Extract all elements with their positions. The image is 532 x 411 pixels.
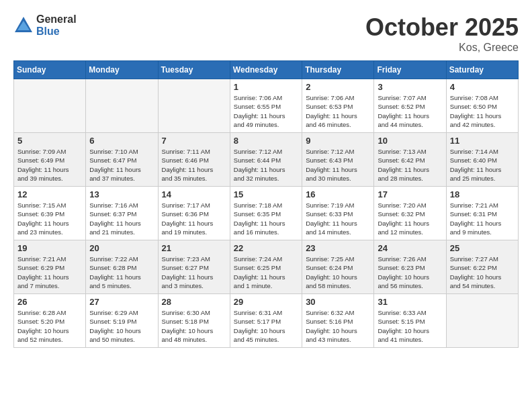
calendar-cell: 10Sunrise: 7:13 AM Sunset: 6:42 PM Dayli…: [374, 133, 446, 187]
day-number: 19: [17, 243, 82, 253]
calendar-cell: 22Sunrise: 7:24 AM Sunset: 6:25 PM Dayli…: [230, 240, 302, 294]
day-number: 21: [162, 243, 226, 253]
day-number: 30: [306, 297, 370, 307]
day-number: 23: [306, 243, 370, 253]
day-number: 4: [450, 82, 515, 92]
calendar-cell: 9Sunrise: 7:12 AM Sunset: 6:43 PM Daylig…: [302, 133, 374, 187]
header-monday: Monday: [86, 61, 158, 79]
day-info: Sunrise: 7:12 AM Sunset: 6:44 PM Dayligh…: [234, 147, 298, 183]
day-info: Sunrise: 7:21 AM Sunset: 6:29 PM Dayligh…: [17, 255, 82, 290]
day-info: Sunrise: 7:11 AM Sunset: 6:46 PM Dayligh…: [162, 147, 226, 183]
day-info: Sunrise: 7:09 AM Sunset: 6:49 PM Dayligh…: [17, 147, 82, 183]
day-number: 20: [89, 243, 154, 253]
calendar-cell: 19Sunrise: 7:21 AM Sunset: 6:29 PM Dayli…: [14, 240, 86, 294]
title-area: October 2025 Kos, Greece: [365, 13, 519, 54]
calendar-cell: 12Sunrise: 7:15 AM Sunset: 6:39 PM Dayli…: [14, 187, 86, 240]
day-info: Sunrise: 7:23 AM Sunset: 6:27 PM Dayligh…: [162, 255, 226, 290]
day-info: Sunrise: 7:26 AM Sunset: 6:23 PM Dayligh…: [378, 255, 442, 290]
day-info: Sunrise: 6:29 AM Sunset: 5:19 PM Dayligh…: [89, 308, 154, 344]
logo: General Blue: [13, 13, 77, 37]
day-info: Sunrise: 7:06 AM Sunset: 6:53 PM Dayligh…: [306, 93, 370, 129]
day-info: Sunrise: 7:08 AM Sunset: 6:50 PM Dayligh…: [450, 93, 515, 129]
day-number: 15: [234, 189, 298, 199]
day-info: Sunrise: 7:22 AM Sunset: 6:28 PM Dayligh…: [89, 255, 154, 290]
day-info: Sunrise: 7:06 AM Sunset: 6:55 PM Dayligh…: [234, 93, 298, 129]
calendar-cell: 7Sunrise: 7:11 AM Sunset: 6:46 PM Daylig…: [158, 133, 230, 187]
day-number: 1: [234, 82, 298, 92]
day-number: 6: [89, 136, 154, 146]
location: Kos, Greece: [365, 42, 519, 54]
day-info: Sunrise: 6:32 AM Sunset: 5:16 PM Dayligh…: [306, 308, 370, 344]
calendar-cell: 20Sunrise: 7:22 AM Sunset: 6:28 PM Dayli…: [86, 240, 158, 294]
calendar-cell: 11Sunrise: 7:14 AM Sunset: 6:40 PM Dayli…: [446, 133, 518, 187]
header-sunday: Sunday: [14, 61, 86, 79]
day-number: 17: [378, 189, 442, 199]
calendar-week-2: 5Sunrise: 7:09 AM Sunset: 6:49 PM Daylig…: [14, 133, 519, 187]
calendar-cell: 30Sunrise: 6:32 AM Sunset: 5:16 PM Dayli…: [302, 294, 374, 348]
day-info: Sunrise: 7:17 AM Sunset: 6:36 PM Dayligh…: [162, 201, 226, 236]
logo-icon: [13, 15, 34, 36]
calendar-cell: 14Sunrise: 7:17 AM Sunset: 6:36 PM Dayli…: [158, 187, 230, 240]
calendar-cell: 24Sunrise: 7:26 AM Sunset: 6:23 PM Dayli…: [374, 240, 446, 294]
calendar-header-row: SundayMondayTuesdayWednesdayThursdayFrid…: [14, 61, 519, 79]
day-number: 26: [17, 297, 82, 307]
calendar-cell: 23Sunrise: 7:25 AM Sunset: 6:24 PM Dayli…: [302, 240, 374, 294]
calendar-cell: 3Sunrise: 7:07 AM Sunset: 6:52 PM Daylig…: [374, 79, 446, 133]
logo-text: General Blue: [36, 13, 77, 37]
calendar-cell: 6Sunrise: 7:10 AM Sunset: 6:47 PM Daylig…: [86, 133, 158, 187]
calendar-cell: 1Sunrise: 7:06 AM Sunset: 6:55 PM Daylig…: [230, 79, 302, 133]
day-info: Sunrise: 6:31 AM Sunset: 5:17 PM Dayligh…: [234, 308, 298, 344]
calendar-cell: 29Sunrise: 6:31 AM Sunset: 5:17 PM Dayli…: [230, 294, 302, 348]
day-number: 22: [234, 243, 298, 253]
day-info: Sunrise: 7:20 AM Sunset: 6:32 PM Dayligh…: [378, 201, 442, 236]
day-info: Sunrise: 7:16 AM Sunset: 6:37 PM Dayligh…: [89, 201, 154, 236]
day-info: Sunrise: 7:10 AM Sunset: 6:47 PM Dayligh…: [89, 147, 154, 183]
day-number: 27: [89, 297, 154, 307]
logo-general: General: [36, 13, 77, 26]
day-number: 12: [17, 189, 82, 199]
calendar-cell: 8Sunrise: 7:12 AM Sunset: 6:44 PM Daylig…: [230, 133, 302, 187]
calendar-cell: [158, 79, 230, 133]
day-number: 10: [378, 136, 442, 146]
day-number: 8: [234, 136, 298, 146]
day-info: Sunrise: 7:19 AM Sunset: 6:33 PM Dayligh…: [306, 201, 370, 236]
day-number: 18: [450, 189, 515, 199]
calendar-cell: 2Sunrise: 7:06 AM Sunset: 6:53 PM Daylig…: [302, 79, 374, 133]
header-friday: Friday: [374, 61, 446, 79]
day-info: Sunrise: 7:27 AM Sunset: 6:22 PM Dayligh…: [450, 255, 515, 290]
day-info: Sunrise: 6:28 AM Sunset: 5:20 PM Dayligh…: [17, 308, 82, 344]
calendar-cell: 31Sunrise: 6:33 AM Sunset: 5:15 PM Dayli…: [374, 294, 446, 348]
day-info: Sunrise: 7:15 AM Sunset: 6:39 PM Dayligh…: [17, 201, 82, 236]
day-number: 9: [306, 136, 370, 146]
logo-blue: Blue: [36, 26, 77, 38]
page-header: General Blue October 2025 Kos, Greece: [13, 13, 519, 54]
day-number: 24: [378, 243, 442, 253]
header-thursday: Thursday: [302, 61, 374, 79]
calendar-cell: 21Sunrise: 7:23 AM Sunset: 6:27 PM Dayli…: [158, 240, 230, 294]
day-number: 14: [162, 189, 226, 199]
calendar-week-3: 12Sunrise: 7:15 AM Sunset: 6:39 PM Dayli…: [14, 187, 519, 240]
calendar-cell: 4Sunrise: 7:08 AM Sunset: 6:50 PM Daylig…: [446, 79, 518, 133]
day-info: Sunrise: 7:25 AM Sunset: 6:24 PM Dayligh…: [306, 255, 370, 290]
calendar-cell: 28Sunrise: 6:30 AM Sunset: 5:18 PM Dayli…: [158, 294, 230, 348]
calendar-cell: 27Sunrise: 6:29 AM Sunset: 5:19 PM Dayli…: [86, 294, 158, 348]
day-info: Sunrise: 7:12 AM Sunset: 6:43 PM Dayligh…: [306, 147, 370, 183]
header-tuesday: Tuesday: [158, 61, 230, 79]
calendar-cell: 5Sunrise: 7:09 AM Sunset: 6:49 PM Daylig…: [14, 133, 86, 187]
day-info: Sunrise: 7:07 AM Sunset: 6:52 PM Dayligh…: [378, 93, 442, 129]
calendar-cell: 25Sunrise: 7:27 AM Sunset: 6:22 PM Dayli…: [446, 240, 518, 294]
calendar-table: SundayMondayTuesdayWednesdayThursdayFrid…: [13, 60, 519, 348]
day-info: Sunrise: 6:30 AM Sunset: 5:18 PM Dayligh…: [162, 308, 226, 344]
calendar-week-4: 19Sunrise: 7:21 AM Sunset: 6:29 PM Dayli…: [14, 240, 519, 294]
calendar-cell: 13Sunrise: 7:16 AM Sunset: 6:37 PM Dayli…: [86, 187, 158, 240]
calendar-cell: [14, 79, 86, 133]
day-info: Sunrise: 7:18 AM Sunset: 6:35 PM Dayligh…: [234, 201, 298, 236]
day-number: 3: [378, 82, 442, 92]
day-info: Sunrise: 7:21 AM Sunset: 6:31 PM Dayligh…: [450, 201, 515, 236]
calendar-cell: [446, 294, 518, 348]
calendar-week-1: 1Sunrise: 7:06 AM Sunset: 6:55 PM Daylig…: [14, 79, 519, 133]
day-number: 16: [306, 189, 370, 199]
calendar-cell: 16Sunrise: 7:19 AM Sunset: 6:33 PM Dayli…: [302, 187, 374, 240]
day-number: 13: [89, 189, 154, 199]
header-wednesday: Wednesday: [230, 61, 302, 79]
